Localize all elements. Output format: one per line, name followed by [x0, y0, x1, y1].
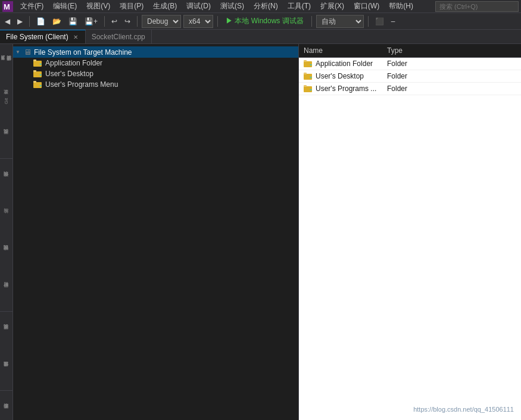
desktop-icon [33, 70, 43, 78]
col-type-header: Type [387, 46, 447, 55]
sidebar-group-2: 错误列表 输出 调试控制台 即时窗口 [0, 162, 13, 312]
menu-help[interactable]: 帮助(H) [384, 0, 418, 12]
svg-rect-16 [304, 73, 307, 74]
sidebar-icon-git[interactable]: Git更改 [1, 83, 12, 119]
row3-type: Folder [387, 84, 407, 93]
tree-root-item[interactable]: ▼ 🖥 File System on Target Machine [13, 46, 298, 58]
redo-button[interactable]: ↪ [122, 16, 133, 27]
watermark: https://blog.csdn.net/qq_41506111 [413, 406, 514, 413]
new-project-button[interactable]: 📄 [34, 16, 48, 27]
sidebar-icon-errorlist[interactable]: 错误列表 [1, 162, 12, 198]
sidebar-group-3: 资源视图 属性管理器 [0, 315, 13, 391]
svg-rect-19 [304, 85, 307, 87]
menu-file[interactable]: 文件(F) [15, 0, 48, 12]
file-list-row[interactable]: Application Folder Folder [299, 58, 521, 70]
vs-logo: M [2, 1, 13, 12]
file-list-row-name-3: User's Programs ... [304, 84, 385, 93]
sidebar-icon-solution-explorer[interactable]: 解决方案资源管理器 [1, 46, 12, 82]
open-button[interactable]: 📂 [50, 16, 64, 27]
row2-name: User's Desktop [316, 72, 364, 80]
file-list-row[interactable]: User's Desktop Folder [299, 70, 521, 83]
menu-debug[interactable]: 调试(D) [182, 0, 216, 12]
file-list-body: Application Folder Folder User's Desktop [299, 58, 521, 420]
svg-rect-7 [33, 70, 36, 72]
back-button[interactable]: ◀ [2, 16, 13, 27]
sidebar-icon-output[interactable]: 输出 [1, 199, 12, 235]
tab-filesystem-close[interactable]: ✕ [72, 34, 79, 40]
file-list-row-name-1: Application Folder [304, 59, 385, 68]
tab-socketclient[interactable]: SocketClient.cpp [86, 30, 152, 43]
row2-type: Folder [387, 72, 407, 80]
tree-item-programsmenu[interactable]: User's Programs Menu [13, 79, 298, 90]
sidebar-icon-immediate[interactable]: 即时窗口 [1, 273, 12, 309]
menu-build[interactable]: 生成(B) [148, 0, 182, 12]
sidebar-icon-debugconsole[interactable]: 调试控制台 [1, 236, 12, 272]
file-list-header: Name Type [299, 44, 521, 58]
row1-folder-icon [304, 59, 313, 68]
content-area: ▼ 🖥 File System on Target Machine [13, 44, 521, 420]
sidebar-icon-propmanager[interactable]: 属性管理器 [1, 352, 12, 388]
sidebar-group-4: 图形诊断 CPU使用率 内存使用率 性能探查器 [0, 394, 13, 420]
search-input[interactable] [435, 1, 519, 12]
monitor-icon: 🖥 [24, 48, 32, 57]
menu-test[interactable]: 测试(S) [216, 0, 249, 12]
undo-button[interactable]: ↩ [109, 16, 120, 27]
extra-btn-1[interactable]: ⬛ [373, 16, 386, 27]
main-layout: 解决方案资源管理器 Git更改 类视图 错误列表 输出 调试控制台 即时窗口 资… [0, 44, 521, 420]
tree-item-desktop-label: User's Desktop [45, 70, 93, 78]
tree-item-desktop[interactable]: User's Desktop [13, 68, 298, 79]
tab-socketclient-label: SocketClient.cpp [92, 33, 145, 41]
programsmenu-icon [33, 80, 43, 89]
forward-button[interactable]: ▶ [15, 16, 25, 27]
file-list-panel: Name Type Application Folder Folder [299, 44, 521, 420]
menu-bar-items: 文件(F) 编辑(E) 视图(V) 项目(P) 生成(B) 调试(D) 测试(S… [15, 0, 418, 12]
run-button[interactable]: ▶ 本地 Windows 调试器 [222, 15, 307, 27]
menu-extensions[interactable]: 扩展(X) [316, 0, 349, 12]
toolbar-sep-2 [104, 16, 105, 27]
tab-filesystem-client-label: File System (Client) [6, 33, 68, 41]
menu-tools[interactable]: 工具(T) [283, 0, 316, 12]
root-chevron: ▼ [15, 49, 21, 55]
save-all-button[interactable]: 💾+ [82, 16, 100, 27]
toolbar: ◀ ▶ 📄 📂 💾 💾+ ↩ ↪ Debug x64 ▶ 本地 Windows … [0, 13, 521, 30]
appfolder-icon [33, 59, 43, 67]
file-list-row[interactable]: User's Programs ... Folder [299, 83, 521, 95]
row1-type: Folder [387, 59, 407, 68]
svg-rect-10 [33, 81, 36, 83]
menu-analyze[interactable]: 分析(N) [249, 0, 283, 12]
tree-item-appfolder-label: Application Folder [45, 59, 102, 67]
toolbar-sep-5 [311, 16, 312, 27]
file-system-panel: ▼ 🖥 File System on Target Machine [13, 44, 299, 420]
menu-bar: M 文件(F) 编辑(E) 视图(V) 项目(P) 生成(B) 调试(D) 测试… [0, 0, 521, 13]
tab-filesystem-client[interactable]: File System (Client) ✕ [0, 30, 86, 43]
tree-root-label: File System on Target Machine [34, 48, 132, 57]
tree-container: ▼ 🖥 File System on Target Machine [13, 44, 298, 420]
menu-edit[interactable]: 编辑(E) [48, 0, 82, 12]
save-button[interactable]: 💾 [66, 16, 80, 27]
row1-name: Application Folder [316, 59, 373, 68]
left-sidebar: 解决方案资源管理器 Git更改 类视图 错误列表 输出 调试控制台 即时窗口 资… [0, 44, 13, 420]
sidebar-group-1: 解决方案资源管理器 Git更改 类视图 [0, 46, 13, 159]
auto-dropdown[interactable]: 自动 [316, 15, 364, 28]
file-list-row-name-2: User's Desktop [304, 72, 385, 80]
row3-name: User's Programs ... [316, 84, 376, 93]
sidebar-icon-resources[interactable]: 资源视图 [1, 315, 12, 351]
svg-rect-13 [304, 60, 307, 62]
menu-view[interactable]: 视图(V) [82, 0, 115, 12]
row3-folder-icon [304, 84, 313, 93]
toolbar-sep-4 [217, 16, 218, 27]
toolbar-sep-1 [29, 16, 30, 27]
tree-item-appfolder[interactable]: Application Folder [13, 58, 298, 68]
toolbar-sep-3 [137, 16, 138, 27]
extra-btn-2[interactable]: – [389, 16, 398, 27]
row2-folder-icon [304, 72, 313, 80]
platform-dropdown[interactable]: x64 [183, 15, 213, 28]
tab-bar: File System (Client) ✕ SocketClient.cpp [0, 30, 521, 44]
svg-text:M: M [4, 2, 10, 11]
sidebar-icon-classview[interactable]: 类视图 [1, 120, 12, 156]
col-name-header: Name [304, 46, 387, 55]
menu-window[interactable]: 窗口(W) [349, 0, 384, 12]
menu-project[interactable]: 项目(P) [115, 0, 148, 12]
sidebar-icon-graphics[interactable]: 图形诊断 [1, 394, 12, 420]
config-dropdown[interactable]: Debug [142, 15, 181, 28]
